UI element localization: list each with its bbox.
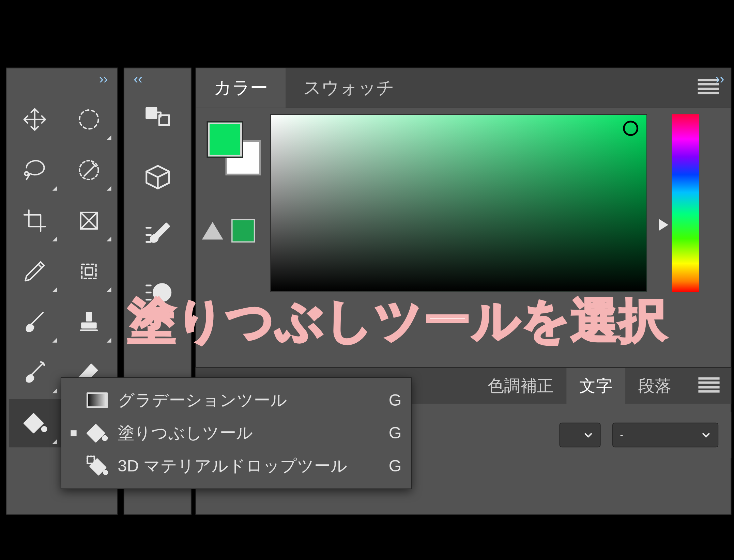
flyout-3d-material-drop-tool[interactable]: 3D マテリアルドロップツール G [65,450,408,483]
hue-strip[interactable] [672,114,699,292]
svg-point-2 [79,161,98,180]
flyout-shortcut: G [389,391,402,409]
collapse-icon: ‹‹ [134,72,142,87]
current-indicator [71,430,76,436]
flyout-label: 3D マテリアルドロップツール [118,455,380,478]
tab-paragraph[interactable]: 段落 [625,368,684,404]
color-panel-tabs: カラー スウォッチ [196,68,731,108]
frame-tool[interactable] [63,197,115,245]
tab-character[interactable]: 文字 [566,368,625,404]
flyout-label: グラデーションツール [118,389,380,411]
svg-rect-10 [87,393,107,407]
lasso-tool[interactable] [9,146,61,195]
marquee-tool[interactable] [63,95,115,144]
expand-icon: ›› [716,72,724,87]
fill-tool-flyout: グラデーションツール G 塗りつぶしツール G 3D マテリアルドロップツール … [61,377,412,489]
font-style-dropdown[interactable]: - [612,423,718,448]
3d-material-drop-icon [86,455,108,478]
svg-point-9 [153,284,170,301]
svg-rect-5 [86,268,93,275]
eyedropper-tool[interactable] [9,247,61,296]
svg-point-1 [25,172,28,175]
quick-select-tool[interactable] [63,146,115,195]
flyout-shortcut: G [389,457,402,476]
right-panel-expand[interactable]: ›› [716,72,724,87]
expand-icon: ›› [99,72,108,87]
tab-swatches[interactable]: スウォッチ [286,68,412,108]
crop-tool[interactable] [9,197,61,245]
svg-point-0 [79,110,98,129]
font-style-value: - [620,430,623,440]
history-brush-tool[interactable] [9,348,61,397]
font-dropdown[interactable] [560,423,601,448]
saturation-value-field[interactable] [270,114,647,292]
fill-tool[interactable] [9,399,61,448]
clone-source-panel-icon[interactable] [140,103,174,137]
svg-point-13 [104,471,107,474]
svg-point-11 [103,436,107,440]
tab-adjustments[interactable]: 色調補正 [475,368,567,404]
foreground-color-swatch[interactable] [208,122,242,156]
toolbar-side-collapse[interactable]: ‹‹ [124,68,191,91]
menu-icon [698,377,719,393]
chevron-down-icon [583,430,593,440]
flyout-paint-bucket-tool[interactable]: 塗りつぶしツール G [65,417,408,450]
svg-rect-7 [146,108,156,118]
brush-tool[interactable] [9,298,61,346]
paint-bucket-icon [86,422,108,445]
toolbar-main-collapse[interactable]: ›› [6,68,117,91]
move-tool[interactable] [9,95,61,144]
gradient-icon [86,389,108,411]
hue-pointer-icon [659,219,669,231]
sv-picker-ring [623,121,638,136]
gamut-safe-swatch[interactable] [231,219,255,243]
flyout-label: 塗りつぶしツール [118,422,380,445]
stamp-tool[interactable] [63,298,115,346]
chevron-down-icon [701,430,711,440]
brush-settings-panel-icon[interactable] [140,218,174,252]
flyout-shortcut: G [389,424,402,442]
brushes-panel-icon[interactable] [140,276,174,310]
gamut-warning-icon[interactable] [202,222,223,239]
svg-point-6 [42,427,47,432]
lower-panel-menu-button[interactable] [698,377,719,393]
3d-panel-icon[interactable] [140,160,174,194]
patch-tool[interactable] [63,247,115,296]
svg-rect-4 [82,264,96,278]
flyout-gradient-tool[interactable]: グラデーションツール G [65,384,408,417]
tab-color[interactable]: カラー [196,68,286,108]
fg-bg-swatch[interactable] [208,122,262,176]
